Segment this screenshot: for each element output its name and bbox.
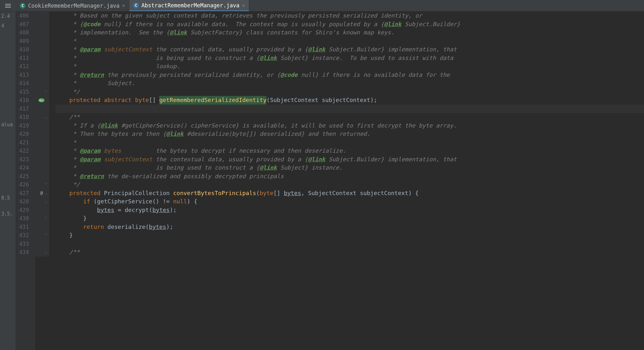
- fold-icon[interactable]: ⌄: [44, 199, 48, 203]
- code-line[interactable]: * is being used to construct a {@link Su…: [56, 54, 644, 62]
- menu-icon[interactable]: [0, 0, 16, 11]
- code-line[interactable]: bytes = decrypt(bytes);: [56, 206, 644, 215]
- code-token: [56, 197, 83, 206]
- code-token: );: [170, 206, 177, 215]
- code-token: * Then the bytes are then {: [56, 130, 166, 138]
- annotation-gutter-icon[interactable]: @: [38, 190, 45, 195]
- line-number: 433: [19, 240, 32, 248]
- close-icon[interactable]: ×: [122, 3, 125, 9]
- code-line[interactable]: return deserialize(bytes);: [56, 223, 644, 231]
- line-number: 425: [19, 172, 32, 181]
- fold-icon[interactable]: ⌃: [44, 90, 48, 93]
- code-line[interactable]: * is being used to construct a {@link Su…: [56, 164, 644, 172]
- code-token: if: [83, 197, 94, 206]
- code-token: bytes: [152, 206, 169, 215]
- fold-icon[interactable]: ⌄: [44, 191, 48, 195]
- code-token: , SubjectContext subjectContext) {: [301, 189, 418, 198]
- strip-label: 3.5.: [0, 209, 16, 219]
- code-token: @param: [80, 155, 101, 164]
- editor[interactable]: 4064074084094104114124134144154164174184…: [16, 11, 644, 350]
- code-line[interactable]: * Then the bytes are then {@link #deseri…: [56, 130, 644, 138]
- code-token: (: [256, 189, 260, 198]
- fold-icon[interactable]: ⌃: [44, 216, 48, 220]
- line-number: 426: [19, 180, 32, 189]
- code-line[interactable]: *: [56, 37, 644, 46]
- line-number: 430: [19, 214, 32, 223]
- line-number: 415: [19, 88, 32, 96]
- line-number: 416: [19, 96, 32, 105]
- fold-icon[interactable]: ⌃: [44, 233, 48, 237]
- fold-icon[interactable]: ⌃: [44, 182, 48, 186]
- line-number: 411: [19, 54, 32, 62]
- java-class-icon: C: [133, 3, 139, 8]
- code-token: null: [173, 197, 187, 206]
- close-icon[interactable]: ×: [242, 2, 245, 8]
- code-token: * Subject.: [56, 79, 135, 88]
- code-token: @link: [101, 121, 118, 130]
- code-line[interactable]: * @param bytes the bytes to decrypt if n…: [56, 147, 644, 155]
- code-token: getRememberedSerializedIdentity: [159, 96, 266, 105]
- code-token: byte: [135, 96, 149, 105]
- tab-label: AbstractRememberMeManager.java: [141, 2, 239, 9]
- code-token: (getCipherService() !=: [94, 197, 173, 206]
- line-number: 422: [19, 147, 32, 155]
- code-token: @code: [83, 20, 101, 29]
- code-line[interactable]: * @return the de-serialized and possibly…: [56, 172, 644, 181]
- code-line[interactable]: if (getCipherService() != null) {: [56, 197, 644, 206]
- code-token: Subject.Builder} implementation, that: [325, 155, 457, 164]
- fold-icon[interactable]: ⌄: [44, 115, 48, 119]
- code-token: *: [56, 138, 76, 147]
- code-token: []: [273, 189, 284, 198]
- code-line[interactable]: * If a {@link #getCipherService() cipher…: [56, 121, 644, 130]
- override-gutter-icon[interactable]: o↓: [38, 97, 45, 102]
- code-line[interactable]: * {@code null} if there is no available …: [56, 20, 644, 29]
- code-line[interactable]: * @param subjectContext the contextual d…: [56, 45, 644, 54]
- line-number: 428: [19, 197, 32, 206]
- code-line[interactable]: [56, 105, 644, 113]
- code-line[interactable]: protected abstract byte[] getRememberedS…: [56, 96, 644, 105]
- code-token: [101, 147, 104, 155]
- code-line[interactable]: * @return the previously persisted seria…: [56, 71, 644, 79]
- fold-icon[interactable]: ⌄: [44, 250, 48, 254]
- code-line[interactable]: }: [56, 214, 644, 223]
- code-line[interactable]: /**: [56, 248, 644, 257]
- strip-label: 2.4: [0, 11, 16, 21]
- code-line[interactable]: * implementation. See the {@link Subject…: [56, 28, 644, 37]
- line-number: 418: [19, 113, 32, 121]
- line-number: 427: [19, 189, 32, 198]
- strip-label: alua: [0, 120, 16, 129]
- code-token: }: [56, 214, 87, 223]
- code-line[interactable]: */: [56, 180, 644, 189]
- code-line[interactable]: * @param subjectContext the contextual d…: [56, 155, 644, 164]
- code-token: *: [56, 155, 80, 164]
- code-line[interactable]: }: [56, 231, 644, 240]
- code-token: [56, 96, 69, 105]
- code-line[interactable]: /**: [56, 113, 644, 121]
- code-line[interactable]: * Based on the given subject context dat…: [56, 11, 644, 20]
- line-number: 406: [19, 11, 32, 20]
- code-token: *: [56, 71, 80, 79]
- code-line[interactable]: protected PrincipalCollection convertByt…: [56, 189, 644, 198]
- code-token: * is being used to construct a {: [56, 164, 259, 172]
- code-token: deserialize(: [108, 223, 149, 231]
- code-token: #getCipherService() cipherService} is av…: [118, 121, 457, 130]
- line-number: 409: [19, 37, 32, 46]
- code-token: the previously persisted serialized iden…: [104, 71, 281, 79]
- code-line[interactable]: *: [56, 138, 644, 147]
- code-line[interactable]: */: [56, 88, 644, 96]
- code-token: @link: [308, 155, 325, 164]
- code-area[interactable]: * Based on the given subject context dat…: [49, 11, 644, 350]
- line-number: 412: [19, 62, 32, 71]
- line-number: 413: [19, 71, 32, 79]
- left-tool-strip: 2.4 4 alua 8.5 3.5.: [0, 11, 16, 350]
- code-token: *: [56, 11, 80, 20]
- code-token: the contextual data, usually provided by…: [152, 155, 308, 164]
- code-line[interactable]: * Subject.: [56, 79, 644, 88]
- line-number: 429: [19, 206, 32, 215]
- code-token: ) {: [187, 197, 198, 206]
- strip-label: 8.5: [0, 193, 16, 203]
- code-line[interactable]: [56, 240, 644, 248]
- tab-abstract[interactable]: C AbstractRememberMeManager.java ×: [129, 0, 249, 11]
- code-line[interactable]: * lookup.: [56, 62, 644, 71]
- tab-cookie[interactable]: C CookieRememberMeManager.java ×: [16, 0, 129, 11]
